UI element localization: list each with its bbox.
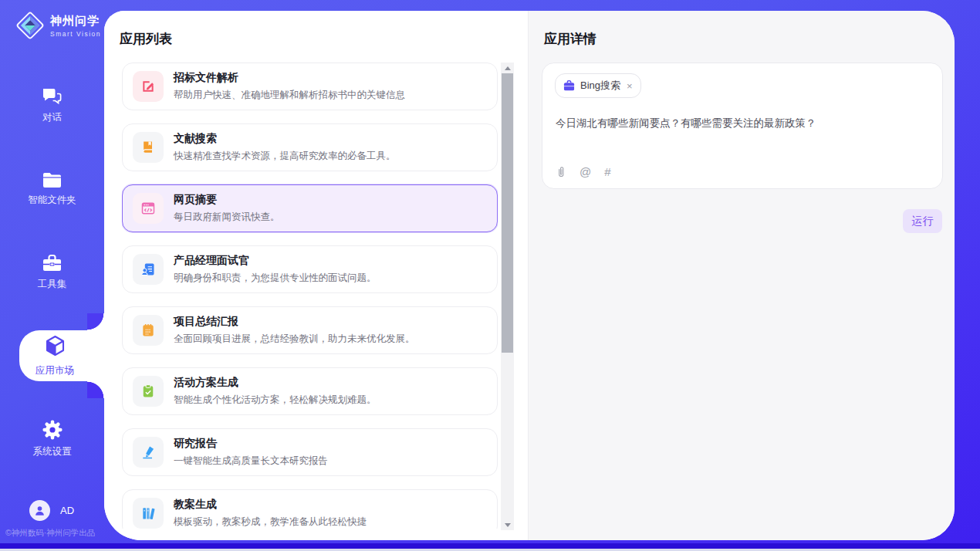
clipboard-check-icon [133, 376, 164, 407]
app-list-panel: 应用列表 招标文件解析 帮助用户快速、准确地理解和解析招标书中的关键信息 [104, 11, 528, 540]
app-list-title: 应用列表 [120, 30, 172, 48]
person-avatar-icon [34, 505, 46, 516]
sidebar-item-smart-folder[interactable]: 智能文件夹 [0, 171, 104, 207]
sidebar-item-label: 智能文件夹 [0, 194, 104, 207]
book-icon [133, 132, 164, 163]
sidebar: 神州问学 Smart Vision 对话 智能文件夹 工具集 [0, 0, 104, 551]
app-card-description: 一键智能生成高质量长文本研究报告 [174, 455, 328, 468]
scrollbar-thumb[interactable] [502, 73, 513, 353]
app-card-description: 全面回顾项目进展，总结经验教训，助力未来优化发展。 [174, 333, 415, 346]
toolbox-icon [42, 254, 63, 273]
app-card-event-plan[interactable]: 活动方案生成 智能生成个性化活动方案，轻松解决规划难题。 [122, 367, 498, 415]
user-name: AD [60, 505, 74, 516]
run-button[interactable]: 运行 [903, 209, 942, 233]
bottom-dark-band [0, 543, 980, 549]
app-card-description: 明确身份和职责，为您提供专业性的面试问题。 [174, 272, 377, 285]
app-card-pm-interviewer[interactable]: 产品经理面试官 明确身份和职责，为您提供专业性的面试问题。 [122, 245, 498, 293]
app-card-title: 招标文件解析 [174, 71, 405, 85]
app-card-title: 研究报告 [174, 437, 328, 451]
app-card-description: 智能生成个性化活动方案，轻松解决规划难题。 [174, 394, 377, 407]
scrollbar-down-arrow[interactable] [501, 519, 514, 530]
sidebar-item-settings[interactable]: 系统设置 [0, 419, 104, 458]
scrollbar-up-arrow[interactable] [501, 63, 514, 73]
app-card-description: 帮助用户快速、准确地理解和解析招标书中的关键信息 [174, 89, 405, 102]
report-note-icon [133, 315, 164, 346]
app-card-description: 快速精准查找学术资源，提高研究效率的必备工具。 [174, 150, 396, 163]
paperclip-icon[interactable] [556, 166, 566, 178]
cube-icon [45, 335, 66, 357]
app-card-title: 文献搜索 [174, 132, 396, 146]
user-account[interactable]: AD [29, 500, 74, 521]
avatar [29, 500, 50, 521]
app-card-title: 网页摘要 [174, 193, 280, 207]
prompt-text-input[interactable]: 今日湖北有哪些新闻要点？有哪些需要关注的最新政策？ [556, 117, 930, 130]
interviewer-doc-icon [133, 254, 164, 285]
app-card-title: 产品经理面试官 [174, 254, 377, 268]
mention-icon[interactable]: @ [580, 165, 591, 178]
app-card-title: 教案生成 [174, 498, 367, 512]
books-icon [133, 498, 164, 529]
diamond-gem-icon [15, 11, 45, 40]
folder-icon [42, 171, 63, 189]
hash-icon[interactable]: # [604, 165, 610, 178]
sidebar-item-chat[interactable]: 对话 [0, 87, 104, 124]
app-card-title: 项目总结汇报 [174, 315, 415, 329]
app-card-description: 每日政府新闻资讯快查。 [174, 211, 280, 224]
app-card-web-summary[interactable]: 网页摘要 每日政府新闻资讯快查。 [122, 184, 498, 232]
prompt-editor-card[interactable]: Bing搜索 × 今日湖北有哪些新闻要点？有哪些需要关注的最新政策？ @ # [542, 63, 943, 189]
tool-tag-bing-search[interactable]: Bing搜索 × [555, 73, 641, 98]
sidebar-item-app-market[interactable]: 应用市场 [19, 330, 104, 381]
browser-code-icon [133, 193, 164, 224]
sidebar-item-label: 系统设置 [0, 445, 104, 458]
main-content: 应用列表 招标文件解析 帮助用户快速、准确地理解和解析招标书中的关键信息 [104, 11, 955, 540]
app-card-project-summary[interactable]: 项目总结汇报 全面回顾项目进展，总结经验教训，助力未来优化发展。 [122, 306, 498, 354]
copyright-text: ©神州数码·神州问学出品 [5, 528, 104, 539]
ink-pen-icon [133, 437, 164, 468]
edit-document-icon [133, 71, 164, 102]
app-list-scrollbar[interactable] [501, 63, 514, 530]
briefcase-icon [563, 80, 575, 91]
sidebar-item-label: 应用市场 [32, 364, 77, 377]
chat-icon [42, 87, 63, 106]
sidebar-item-toolset[interactable]: 工具集 [0, 254, 104, 291]
tool-tag-label: Bing搜索 [580, 79, 620, 93]
app-card-title: 活动方案生成 [174, 376, 377, 390]
brand-logo: 神州问学 Smart Vision [15, 11, 101, 40]
sidebar-item-label: 工具集 [0, 278, 104, 291]
app-card-research-report[interactable]: 研究报告 一键智能生成高质量长文本研究报告 [122, 428, 498, 476]
gear-icon [42, 419, 63, 441]
app-card-literature-search[interactable]: 文献搜索 快速精准查找学术资源，提高研究效率的必备工具。 [122, 123, 498, 171]
app-list-viewport: 招标文件解析 帮助用户快速、准确地理解和解析招标书中的关键信息 文献搜索 快速精… [122, 63, 498, 529]
tag-close-icon[interactable]: × [627, 81, 633, 91]
app-card-description: 模板驱动，教案秒成，教学准备从此轻松快捷 [174, 516, 367, 529]
app-card-lesson-plan[interactable]: 教案生成 模板驱动，教案秒成，教学准备从此轻松快捷 [122, 489, 498, 529]
app-detail-title: 应用详情 [544, 30, 596, 48]
sidebar-item-label: 对话 [0, 111, 104, 124]
brand-subtitle: Smart Vision [50, 30, 101, 38]
app-detail-panel: 应用详情 Bing搜索 × 今日湖北有哪些新闻要点？有哪些需要关注的最新政策？ … [528, 11, 955, 540]
brand-name: 神州问学 [50, 14, 101, 29]
composer-toolbar: @ # [556, 165, 611, 178]
app-card-bid-parse[interactable]: 招标文件解析 帮助用户快速、准确地理解和解析招标书中的关键信息 [122, 63, 498, 110]
